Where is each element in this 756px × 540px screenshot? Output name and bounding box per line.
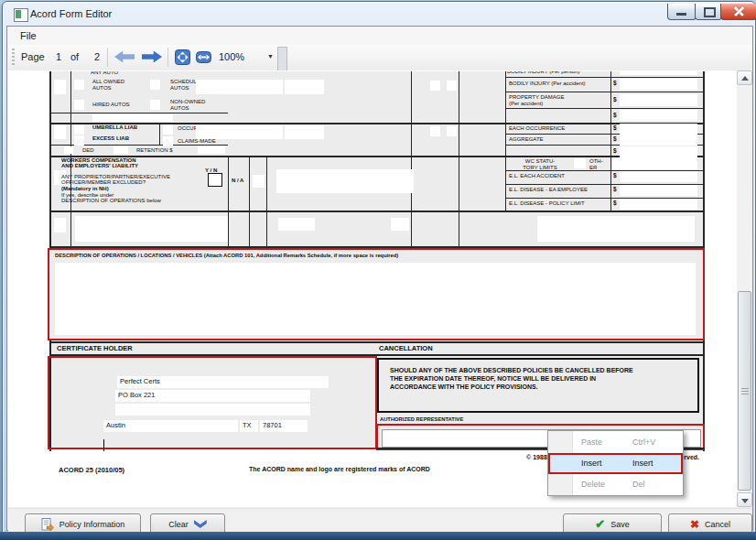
checkbox-hired-autos[interactable]: [74, 100, 84, 110]
label-umbrella-liab: UMBRELLA LIAB: [92, 124, 137, 131]
grid-line: [228, 156, 229, 248]
insr-ltr-box[interactable]: [54, 80, 66, 94]
insr-ltr-box[interactable]: [54, 124, 66, 139]
policy-field-box[interactable]: [285, 80, 324, 94]
highlight-description-section[interactable]: DESCRIPTION OF OPERATIONS / LOCATIONS / …: [48, 248, 705, 340]
titlebar[interactable]: Acord Form Editor: [3, 2, 755, 27]
blank-row-field[interactable]: [537, 216, 695, 242]
limit-value-box[interactable]: [620, 110, 697, 121]
scroll-down-button[interactable]: [737, 492, 752, 507]
dollar-sign: $: [613, 186, 617, 192]
close-button[interactable]: [720, 4, 756, 20]
trademark-text: The ACORD name and logo are registered m…: [249, 466, 430, 472]
fit-page-icon[interactable]: [175, 49, 190, 65]
policy-info-icon: [41, 518, 54, 531]
blank-row-field[interactable]: [391, 218, 409, 231]
limit-value-box[interactable]: [620, 94, 697, 106]
label-describe-below: DESCRIPTION OF OPERATIONS below: [61, 198, 161, 204]
label-other: OTH- ER: [589, 158, 603, 170]
blank-row-field[interactable]: [75, 216, 228, 242]
fit-width-icon[interactable]: [196, 49, 211, 65]
vertical-scrollbar[interactable]: [737, 70, 752, 507]
cert-holder-address1-field[interactable]: PO Box 221: [115, 390, 310, 402]
description-text-area[interactable]: [55, 263, 696, 335]
previous-page-icon[interactable]: [114, 50, 135, 63]
retention-value-box[interactable]: [198, 146, 225, 154]
grid-line: [49, 341, 705, 343]
blank-row-field[interactable]: [278, 218, 315, 231]
next-page-icon[interactable]: [142, 50, 162, 63]
zoom-dropdown-icon[interactable]: ▼: [267, 53, 274, 59]
dollar-sign: $: [613, 135, 617, 142]
action-bar: Policy Information Clear ✔ Save ✖ Cancel: [8, 508, 752, 532]
checkbox[interactable]: [253, 175, 265, 188]
checkbox[interactable]: [447, 81, 457, 91]
minimize-icon: [676, 13, 686, 16]
cert-holder-city-field[interactable]: Austin: [103, 420, 238, 432]
limit-value-box[interactable]: [620, 199, 697, 210]
policy-information-label: Policy Information: [59, 520, 125, 529]
checkbox[interactable]: [430, 81, 440, 91]
insert-shortcut: Insert: [632, 459, 653, 468]
checkbox-ded[interactable]: [64, 146, 73, 154]
zoom-level-value[interactable]: 100%: [219, 51, 244, 62]
limit-value-box[interactable]: [620, 135, 697, 146]
ded-value-box[interactable]: [113, 146, 128, 154]
checkbox-wc-statutory[interactable]: [574, 158, 586, 168]
label-excess-liab: EXCESS LIAB: [92, 135, 129, 142]
checkbox-all-owned-autos[interactable]: [74, 80, 84, 90]
checkbox[interactable]: [447, 126, 457, 136]
scrollbar-thumb[interactable]: [738, 291, 751, 491]
checkbox-non-owned-autos[interactable]: [150, 100, 160, 110]
minimize-button[interactable]: [667, 4, 697, 20]
limit-value-box[interactable]: [620, 79, 697, 90]
cert-holder-name-field[interactable]: Perfect Certs: [117, 376, 329, 388]
checkbox-occur[interactable]: [163, 124, 173, 135]
checkbox-scheduled-autos[interactable]: [150, 80, 160, 90]
checkbox-excess-liab[interactable]: [74, 135, 84, 146]
label-bodily-injury-accident: BODILY INJURY (Per accident): [509, 81, 586, 87]
current-page[interactable]: 1: [56, 51, 61, 62]
highlight-certificate-holder[interactable]: Perfect Certs PO Box 221 Austin TX 78701: [48, 356, 377, 449]
checkbox[interactable]: [430, 126, 440, 136]
grid-line: [49, 211, 705, 212]
context-menu-item-insert[interactable]: Insert Insert: [548, 453, 683, 474]
limit-value-box[interactable]: [620, 171, 697, 182]
limit-value-box[interactable]: [620, 71, 697, 75]
limit-value-box[interactable]: [612, 157, 697, 169]
limit-value-box[interactable]: [620, 185, 697, 196]
cert-holder-state-field[interactable]: TX: [240, 420, 258, 432]
cert-holder-address2-field[interactable]: [115, 404, 310, 416]
toolbar-grip[interactable]: [12, 49, 15, 66]
save-check-icon: ✔: [595, 520, 605, 529]
checkbox-claims-made[interactable]: [163, 136, 173, 146]
toolbar-separator: [107, 48, 108, 67]
label-workers-comp-2: AND EMPLOYERS' LIABILITY: [61, 163, 138, 169]
maximize-button[interactable]: [695, 4, 722, 20]
menu-bar: File: [8, 27, 752, 45]
context-menu: Paste Ctrl+V Insert Insert Delete Del: [547, 430, 684, 496]
limit-value-box[interactable]: [620, 124, 697, 135]
label-occur: OCCUR: [178, 125, 198, 132]
grid-line: [411, 71, 412, 248]
label-el-disease-employee: E.L. DISEASE - EA EMPLOYEE: [509, 187, 588, 193]
cert-holder-zip-field[interactable]: 78701: [260, 420, 308, 432]
form-code-text: ACORD 25 (2010/05): [59, 466, 124, 474]
policy-field-box[interactable]: [196, 80, 283, 94]
clear-label: Clear: [168, 520, 189, 529]
scroll-up-button[interactable]: [737, 70, 752, 85]
window-title: Acord Form Editor: [30, 8, 112, 19]
insr-ltr-box[interactable]: [54, 218, 66, 232]
toolbar-overflow-handle[interactable]: [277, 47, 287, 72]
policy-field-box[interactable]: [196, 125, 283, 139]
checkbox-excluded-yn[interactable]: [208, 173, 222, 187]
cancel-label: Cancel: [705, 520, 730, 529]
policy-field-box[interactable]: [285, 125, 324, 139]
policy-field-box[interactable]: [276, 169, 414, 193]
total-pages: 2: [94, 51, 100, 62]
dollar-sign: $: [613, 80, 617, 86]
checkbox-umbrella-liab[interactable]: [74, 124, 84, 135]
auto-extra-box[interactable]: [92, 114, 173, 122]
limit-value-box[interactable]: [620, 146, 697, 157]
menu-item-file[interactable]: File: [16, 29, 41, 42]
